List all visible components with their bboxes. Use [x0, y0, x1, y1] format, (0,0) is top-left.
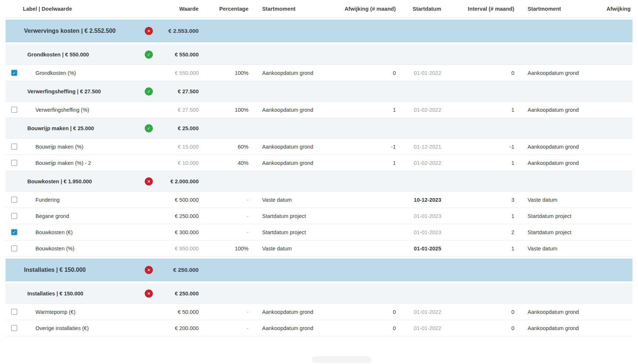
cell-waarde: € 950.000: [159, 246, 199, 252]
row-checkbox[interactable]: [11, 107, 17, 113]
cell-afwijking: 0: [332, 70, 396, 76]
cell-interval: 1: [441, 107, 514, 113]
cell-startmoment: Aankoopdatum grond: [248, 325, 332, 331]
cell-startdatum: 10-12-2023: [396, 197, 441, 203]
column-header-startmoment: Startmoment: [248, 6, 332, 12]
cell-afwijking: 1: [332, 107, 396, 113]
section-row-sub[interactable]: Bouwrijp maken | € 25.000✓€ 25.000: [6, 118, 632, 139]
checkbox-cell: [6, 143, 23, 150]
status-ok-icon: ✓: [145, 87, 153, 96]
column-header-afwijking2: Afwijking: [606, 6, 632, 12]
section-label: Verwerfingsheffing | € 27.500: [6, 89, 145, 94]
row-checkbox[interactable]: [11, 325, 17, 331]
cell-startmoment: Startdatum project: [248, 213, 332, 219]
section-waarde: € 250.000: [159, 291, 199, 297]
cell-waarde: € 500.000: [159, 197, 199, 203]
section-waarde: € 2.000.000: [159, 178, 199, 184]
checkbox-cell: [6, 309, 23, 315]
row-label: Grondkosten (%): [23, 70, 145, 76]
cell-interval: -1: [441, 144, 514, 150]
cell-startmoment: Aankoopdatum grond: [248, 144, 332, 150]
table-row[interactable]: Verwerfingsheffing (%)€ 27.500100%Aankoo…: [6, 102, 632, 118]
cell-interval: 1: [441, 213, 514, 219]
status-ok-icon: ✓: [145, 124, 153, 132]
status-cell: ✓: [145, 124, 159, 132]
checkbox-cell: ✓: [6, 229, 23, 235]
table-row[interactable]: Bouwrijp maken (%)€ 15.00060%Aankoopdatu…: [6, 139, 632, 155]
section-row-sub[interactable]: Grondkosten | € 550.000✓€ 550.000: [6, 44, 632, 65]
cell-startdatum: 01-01-2022: [396, 70, 441, 76]
checkbox-cell: [6, 325, 23, 331]
column-header-waarde: Waarde: [159, 6, 199, 12]
cell-startmoment: Aankoopdatum grond: [248, 107, 332, 113]
table-row[interactable]: Bouwkosten (%)€ 950.000100%Vaste datum01…: [6, 240, 632, 257]
section-label: Bouwkosten | € 1.950.000: [6, 178, 145, 184]
cell-waarde: € 27.500: [159, 107, 199, 113]
cell-interval: 0: [441, 70, 514, 76]
cell-waarde: € 250.000: [159, 213, 199, 219]
status-cell: ✓: [145, 51, 159, 59]
row-checkbox[interactable]: [11, 160, 17, 166]
checkbox-cell: [6, 160, 23, 166]
table-row[interactable]: ✓Bouwkosten (€)€ 300.000-Startdatum proj…: [6, 224, 632, 240]
cell-afwijking: 1: [332, 160, 396, 166]
table-row[interactable]: Overige installaties (€)€ 200.000-Aankoo…: [6, 320, 632, 336]
cell-startdatum: 01-01-2023: [396, 213, 441, 219]
row-checkbox[interactable]: [11, 213, 17, 219]
section-row-sub[interactable]: Bouwkosten | € 1.950.000✕€ 2.000.000: [6, 171, 632, 192]
cell-startmoment: Vaste datum: [248, 197, 332, 203]
section-row-top[interactable]: Verwervings kosten | € 2.552.500✕€ 2.553…: [6, 20, 632, 42]
row-label: Warmtepomp (€): [23, 309, 145, 315]
table-header-row: Label | DoelwaardeWaardePercentageStartm…: [6, 0, 632, 18]
checkbox-cell: [6, 213, 23, 219]
table-row[interactable]: ✓Grondkosten (%)€ 550.000100%Aankoopdatu…: [6, 65, 632, 81]
table-row[interactable]: Bouwrijp maken (%) - 2€ 10.00040%Aankoop…: [6, 155, 632, 171]
cell-waarde: € 50.000: [159, 309, 199, 315]
cell-startmoment2: Aankoopdatum grond: [514, 70, 606, 76]
row-checkbox[interactable]: [11, 309, 17, 315]
cell-percentage: 100%: [199, 246, 248, 252]
section-row-sub[interactable]: Installaties | € 150.000✕€ 250.000: [6, 283, 632, 304]
section-waarde: € 25.000: [159, 125, 199, 131]
cell-startdatum: 01-01-2022: [396, 325, 441, 331]
cell-startdatum: 01-01-2023: [396, 229, 441, 235]
cell-waarde: € 15.000: [159, 144, 199, 150]
cell-startdatum: 01-02-2022: [396, 107, 441, 113]
cell-percentage: -: [199, 309, 248, 315]
section-row-top[interactable]: Installaties | € 150.000✕€ 250.000: [6, 259, 632, 281]
table-row[interactable]: Warmtepomp (€)€ 50.000-Aankoopdatum gron…: [6, 304, 632, 320]
cell-percentage: -: [199, 229, 248, 235]
row-checkbox[interactable]: [11, 245, 17, 252]
row-checkbox[interactable]: ✓: [11, 229, 17, 235]
row-label: Verwerfingsheffing (%): [23, 107, 145, 113]
cell-startmoment: Aankoopdatum grond: [248, 160, 332, 166]
checkbox-cell: [6, 107, 23, 113]
checkbox-cell: [6, 197, 23, 203]
cost-planning-table: Label | DoelwaardeWaardePercentageStartm…: [6, 0, 632, 336]
cell-afwijking: 0: [332, 309, 396, 315]
horizontal-scrollbar-thumb[interactable]: [312, 356, 371, 363]
cell-interval: 2: [441, 229, 514, 235]
cell-percentage: -: [199, 213, 248, 219]
row-checkbox[interactable]: ✓: [11, 70, 17, 76]
row-label: Fundering: [23, 197, 145, 203]
cell-interval: 0: [441, 325, 514, 331]
section-row-sub[interactable]: Verwerfingsheffing | € 27.500✓€ 27.500: [6, 81, 632, 102]
cell-waarde: € 200.000: [159, 325, 199, 331]
row-label: Overige installaties (€): [23, 325, 145, 331]
column-header-startdatum: Startdatum: [396, 6, 441, 12]
status-cell: ✓: [145, 87, 159, 96]
column-header-afwijking: Afwijking (# maand): [332, 6, 396, 12]
row-checkbox[interactable]: [11, 197, 17, 203]
table-body: Verwervings kosten | € 2.552.500✕€ 2.553…: [6, 20, 632, 336]
cell-startdatum: 01-01-2022: [396, 309, 441, 315]
cell-afwijking: 0: [332, 325, 396, 331]
table-row[interactable]: Begane grond€ 250.000-Startdatum project…: [6, 208, 632, 224]
section-waarde: € 550.000: [159, 52, 199, 58]
table-row[interactable]: Fundering€ 500.000-Vaste datum10-12-2023…: [6, 192, 632, 208]
status-cell: ✕: [145, 177, 159, 186]
cell-interval: 0: [441, 309, 514, 315]
cell-waarde: € 10.000: [159, 160, 199, 166]
status-error-icon: ✕: [145, 27, 153, 35]
row-checkbox[interactable]: [11, 143, 17, 150]
